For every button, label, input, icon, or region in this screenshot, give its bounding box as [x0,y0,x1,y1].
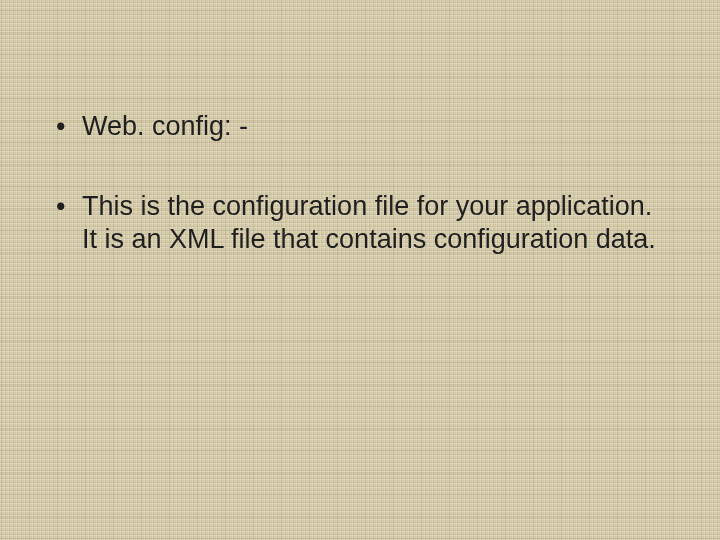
bullet-text: Web. config: - [82,111,248,141]
list-item: Web. config: - [50,110,670,142]
bullet-list: Web. config: - This is the configuration… [50,110,670,255]
bullet-text: This is the configuration file for your … [82,191,656,253]
list-item: This is the configuration file for your … [50,190,670,255]
slide: Web. config: - This is the configuration… [0,0,720,540]
